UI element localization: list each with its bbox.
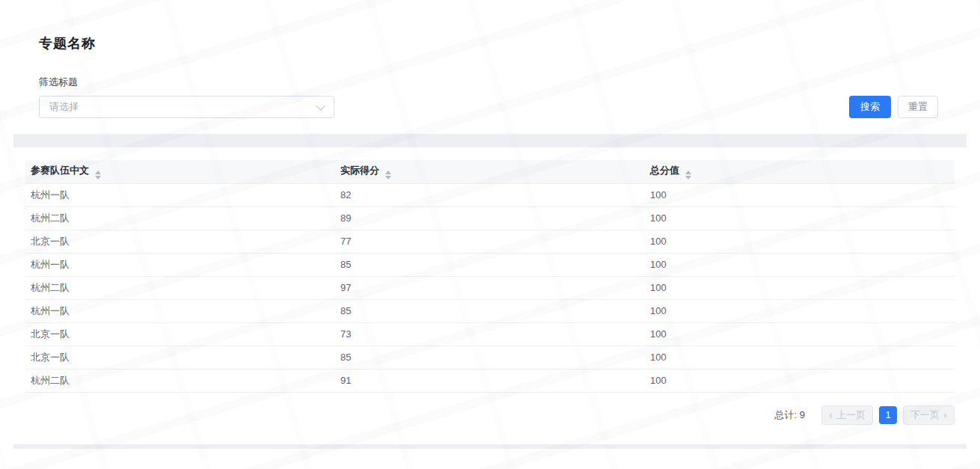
table-row: 杭州二队97100 <box>25 276 955 299</box>
column-label: 总分值 <box>650 165 679 176</box>
filter-group: 筛选标题 请选择 <box>39 76 334 118</box>
total-count: 总计: 9 <box>775 408 805 422</box>
sort-caret-icon[interactable] <box>95 171 101 180</box>
sort-caret-icon[interactable] <box>385 171 391 180</box>
table-row: 杭州二队89100 <box>25 206 955 230</box>
prev-page-label: 上一页 <box>836 408 866 422</box>
table-cell: 杭州一队 <box>25 299 335 322</box>
table-cell: 100 <box>645 276 955 299</box>
column-header-3[interactable]: 总分值 <box>645 160 955 183</box>
column-header-1[interactable]: 参赛队伍中文 <box>25 160 335 183</box>
select-placeholder: 请选择 <box>49 100 79 114</box>
table-cell: 73 <box>335 322 645 346</box>
filter-section: 专题名称 筛选标题 请选择 搜索 重置 <box>0 0 980 134</box>
table-cell: 100 <box>645 183 955 206</box>
filter-select[interactable]: 请选择 <box>39 96 334 118</box>
table-row: 北京一队85100 <box>25 346 955 369</box>
next-page-button[interactable]: 下一页 › <box>903 405 955 425</box>
filter-actions: 搜索 重置 <box>849 96 938 118</box>
table-cell: 91 <box>335 369 645 392</box>
section-divider-bottom <box>13 444 967 449</box>
table-cell: 82 <box>335 183 645 206</box>
reset-button[interactable]: 重置 <box>898 96 938 118</box>
table-card: 参赛队伍中文实际得分总分值 杭州一队82100杭州二队89100北京一队7710… <box>13 147 967 444</box>
sort-caret-icon[interactable] <box>685 171 691 180</box>
chevron-down-icon <box>316 101 325 111</box>
search-button[interactable]: 搜索 <box>849 96 891 118</box>
section-divider-top <box>13 134 967 147</box>
table-cell: 100 <box>645 206 955 230</box>
filter-row: 筛选标题 请选择 搜索 重置 <box>39 76 938 118</box>
table-cell: 杭州二队 <box>25 369 335 392</box>
table-row: 杭州二队91100 <box>25 369 955 392</box>
table-row: 杭州一队85100 <box>25 299 955 322</box>
table-cell: 杭州一队 <box>25 183 335 206</box>
column-label: 实际得分 <box>340 165 379 176</box>
pagination: 总计: 9 ‹ 上一页 1 下一页 › <box>25 405 955 425</box>
table-cell: 100 <box>645 369 955 392</box>
table-cell: 杭州一队 <box>25 253 335 276</box>
column-header-2[interactable]: 实际得分 <box>335 160 645 183</box>
table-cell: 100 <box>645 299 955 322</box>
chevron-left-icon: ‹ <box>829 409 833 420</box>
filter-label: 筛选标题 <box>39 76 334 89</box>
table-cell: 85 <box>335 253 645 276</box>
page-title: 专题名称 <box>39 34 938 52</box>
column-label: 参赛队伍中文 <box>31 165 89 176</box>
table-cell: 89 <box>335 206 645 230</box>
results-table: 参赛队伍中文实际得分总分值 杭州一队82100杭州二队89100北京一队7710… <box>25 160 955 393</box>
table-row: 北京一队77100 <box>25 230 955 253</box>
table-cell: 100 <box>645 253 955 276</box>
table-cell: 97 <box>335 276 645 299</box>
prev-page-button[interactable]: ‹ 上一页 <box>821 405 873 425</box>
table-row: 杭州一队82100 <box>25 183 955 206</box>
table-cell: 100 <box>645 230 955 253</box>
table-cell: 北京一队 <box>25 322 335 346</box>
table-cell: 北京一队 <box>25 346 335 369</box>
table-header-row: 参赛队伍中文实际得分总分值 <box>25 160 955 183</box>
table-cell: 杭州二队 <box>25 276 335 299</box>
page-number-1[interactable]: 1 <box>879 406 897 424</box>
next-page-label: 下一页 <box>910 408 940 422</box>
table-row: 杭州一队85100 <box>25 253 955 276</box>
table-cell: 85 <box>335 346 645 369</box>
table-cell: 100 <box>645 322 955 346</box>
table-cell: 77 <box>335 230 645 253</box>
table-row: 北京一队73100 <box>25 322 955 346</box>
table-cell: 100 <box>645 346 955 369</box>
table-cell: 北京一队 <box>25 230 335 253</box>
table-cell: 杭州二队 <box>25 206 335 230</box>
chevron-right-icon: › <box>943 409 947 420</box>
table-cell: 85 <box>335 299 645 322</box>
